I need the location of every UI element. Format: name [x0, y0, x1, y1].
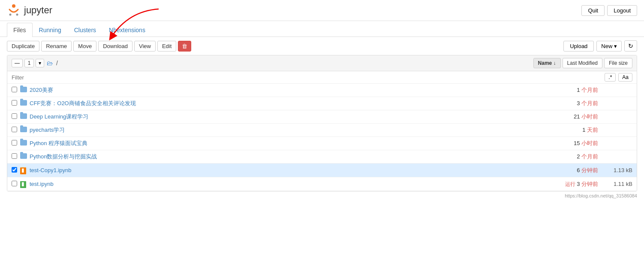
file-modified: 15 小时前: [512, 140, 598, 147]
table-row: Python数据分析与挖掘实战2 个月前: [7, 150, 637, 164]
file-name[interactable]: Deep Learning课程学习: [30, 113, 512, 121]
filter-row: .* Aa: [7, 71, 637, 84]
expand-button[interactable]: ▾: [36, 59, 44, 67]
table-row: CFF竞赛：O2O商铺食品安全相关评论发现3 个月前: [7, 97, 637, 110]
regex-filter-button[interactable]: .*: [605, 73, 616, 82]
row-checkbox: [12, 113, 20, 120]
file-browser-header: — 1 ▾ 🗁 / Name ↓ Last Modified File size: [7, 55, 637, 71]
header-action-buttons: Quit Logout: [581, 5, 637, 16]
quit-button[interactable]: Quit: [581, 5, 605, 16]
file-modified: 3 个月前: [512, 100, 598, 107]
table-row: Deep Learning课程学习21 小时前: [7, 110, 637, 124]
toolbar: Duplicate Rename Move Download View Edit…: [0, 37, 644, 55]
file-modified: 21 小时前: [512, 113, 598, 121]
logo: jupyter: [7, 3, 52, 17]
file-modified: 6 分钟前: [512, 167, 598, 174]
file-checkbox[interactable]: [12, 127, 17, 132]
case-filter-button[interactable]: Aa: [618, 73, 632, 82]
sort-buttons: Name ↓ Last Modified File size: [533, 58, 632, 68]
filter-input[interactable]: [12, 74, 601, 81]
svg-point-0: [12, 4, 15, 8]
table-row: Python 程序猿面试宝典15 小时前: [7, 137, 637, 150]
footer-url: https://blog.csdn.net/qq_31586084: [565, 193, 637, 198]
download-button[interactable]: Download: [98, 41, 132, 52]
file-name[interactable]: CFF竞赛：O2O商铺食品安全相关评论发现: [30, 100, 512, 107]
deselect-button[interactable]: —: [12, 59, 23, 67]
notebook-icon: ▊: [20, 180, 30, 188]
folder-icon: [20, 153, 30, 160]
file-name[interactable]: Python 程序猿面试宝典: [30, 140, 512, 147]
folder-icon: [20, 100, 30, 107]
tab-files[interactable]: Files: [7, 23, 33, 37]
table-row: 2020美赛1 个月前: [7, 84, 637, 97]
notebook-icon: ▊: [20, 166, 30, 174]
rename-button[interactable]: Rename: [41, 41, 72, 52]
tab-nbextensions[interactable]: Nbextensions: [102, 23, 152, 37]
logo-text: jupyter: [24, 5, 52, 16]
refresh-button[interactable]: ↻: [624, 40, 637, 52]
tab-bar: Files Running Clusters Nbextensions: [0, 23, 644, 37]
table-row: ▊test-Copy1.ipynb6 分钟前1.13 kB: [7, 164, 637, 177]
file-name[interactable]: test.ipynb: [30, 181, 512, 187]
row-checkbox: [12, 140, 20, 147]
file-checkbox[interactable]: [12, 181, 17, 186]
file-name[interactable]: test-Copy1.ipynb: [30, 167, 512, 173]
move-button[interactable]: Move: [73, 41, 96, 52]
file-browser: — 1 ▾ 🗁 / Name ↓ Last Modified File size…: [7, 55, 637, 191]
delete-button[interactable]: 🗑: [178, 41, 191, 52]
svg-point-2: [16, 14, 18, 16]
file-list: 2020美赛1 个月前CFF竞赛：O2O商铺食品安全相关评论发现3 个月前Dee…: [7, 84, 637, 191]
logout-button[interactable]: Logout: [607, 5, 637, 16]
breadcrumb-area: — 1 ▾ 🗁 /: [12, 59, 58, 67]
sort-size-button[interactable]: File size: [604, 58, 632, 68]
breadcrumb: 🗁 /: [47, 60, 58, 67]
table-row: pyecharts学习1 天前: [7, 124, 637, 137]
svg-point-1: [9, 14, 12, 16]
new-button[interactable]: New ▾: [596, 41, 622, 52]
tab-running[interactable]: Running: [33, 23, 68, 37]
row-checkbox: [12, 87, 20, 94]
file-name[interactable]: Python数据分析与挖掘实战: [30, 153, 512, 161]
file-checkbox[interactable]: [12, 153, 17, 159]
file-modified: 1 天前: [512, 126, 598, 134]
file-size: 1.11 kB: [598, 181, 632, 187]
file-modified: 1 个月前: [512, 86, 598, 94]
row-checkbox: [12, 181, 20, 188]
file-name[interactable]: pyecharts学习: [30, 126, 512, 134]
file-size: 1.13 kB: [598, 167, 632, 173]
breadcrumb-controls: — 1 ▾: [12, 59, 44, 67]
file-checkbox[interactable]: [12, 100, 17, 106]
file-checkbox[interactable]: [12, 167, 17, 173]
toolbar-right: Upload New ▾ ↻: [563, 40, 637, 52]
file-modified: 运行 3 分钟前: [512, 180, 598, 188]
tab-clusters[interactable]: Clusters: [68, 23, 102, 37]
file-name[interactable]: 2020美赛: [30, 86, 512, 94]
row-checkbox: [12, 127, 20, 134]
folder-icon: [20, 127, 30, 134]
edit-button[interactable]: Edit: [157, 41, 176, 52]
file-checkbox[interactable]: [12, 113, 17, 119]
file-checkbox[interactable]: [12, 87, 17, 92]
row-checkbox: [12, 167, 20, 174]
file-modified: 2 个月前: [512, 153, 598, 161]
folder-icon: [20, 140, 30, 147]
table-row: ▊test.ipynb运行 3 分钟前1.11 kB: [7, 177, 637, 191]
sort-name-button[interactable]: Name ↓: [533, 58, 561, 68]
sort-modified-button[interactable]: Last Modified: [563, 58, 602, 68]
folder-icon: 🗁: [47, 60, 53, 67]
row-checkbox: [12, 153, 20, 160]
row-checkbox: [12, 100, 20, 107]
folder-icon: [20, 87, 30, 94]
filter-right: .* Aa: [605, 73, 632, 82]
view-button[interactable]: View: [134, 41, 156, 52]
folder-icon: [20, 113, 30, 120]
duplicate-button[interactable]: Duplicate: [7, 41, 39, 52]
file-checkbox[interactable]: [12, 140, 17, 146]
footer: https://blog.csdn.net/qq_31586084: [0, 191, 644, 200]
upload-button[interactable]: Upload: [563, 41, 594, 52]
selected-count: 1: [24, 59, 34, 67]
jupyter-logo-icon: [7, 3, 21, 17]
new-dropdown-icon: ▾: [614, 43, 617, 49]
header: jupyter Quit Logout: [0, 0, 644, 21]
